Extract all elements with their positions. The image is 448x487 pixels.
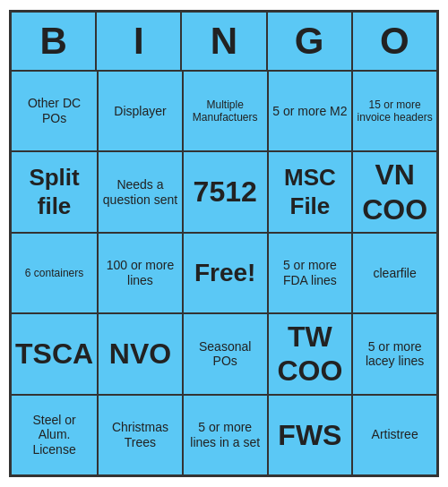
bingo-card: BINGO Other DC POsDisplayerMultiple Manu… xyxy=(9,10,439,477)
header-letter-g: G xyxy=(267,12,352,71)
bingo-cell-19: 5 or more lacey lines xyxy=(352,313,437,395)
bingo-cell-20: Steel or Alum. License xyxy=(11,395,98,475)
bingo-cell-5: Split file xyxy=(11,151,98,233)
bingo-cell-24: Artistree xyxy=(352,395,437,475)
bingo-cell-3: 5 or more M2 xyxy=(268,71,353,151)
header-letter-o: O xyxy=(352,12,437,71)
bingo-cell-11: 100 or more lines xyxy=(98,233,183,313)
bingo-cell-22: 5 or more lines in a set xyxy=(183,395,268,475)
bingo-cell-2: Multiple Manufactuers xyxy=(183,71,268,151)
bingo-cell-14: clearfile xyxy=(352,233,437,313)
header-letter-i: I xyxy=(96,12,181,71)
bingo-cell-0: Other DC POs xyxy=(11,71,98,151)
bingo-cell-4: 15 or more invoice headers xyxy=(352,71,437,151)
bingo-cell-6: Needs a question sent xyxy=(98,151,183,233)
bingo-cell-17: Seasonal POs xyxy=(183,313,268,395)
bingo-header: BINGO xyxy=(11,12,437,71)
bingo-cell-23: FWS xyxy=(268,395,353,475)
bingo-cell-16: NVO xyxy=(98,313,183,395)
bingo-grid: Other DC POsDisplayerMultiple Manufactue… xyxy=(11,71,437,475)
bingo-cell-1: Displayer xyxy=(98,71,183,151)
bingo-cell-21: Christmas Trees xyxy=(98,395,183,475)
bingo-cell-7: 7512 xyxy=(183,151,268,233)
bingo-cell-12: Free! xyxy=(183,233,268,313)
header-letter-n: N xyxy=(181,12,266,71)
bingo-cell-15: TSCA xyxy=(11,313,98,395)
header-letter-b: B xyxy=(11,12,96,71)
bingo-cell-8: MSC File xyxy=(268,151,353,233)
bingo-cell-9: VN COO xyxy=(352,151,437,233)
bingo-cell-10: 6 containers xyxy=(11,233,98,313)
bingo-cell-18: TW COO xyxy=(268,313,353,395)
bingo-cell-13: 5 or more FDA lines xyxy=(268,233,353,313)
